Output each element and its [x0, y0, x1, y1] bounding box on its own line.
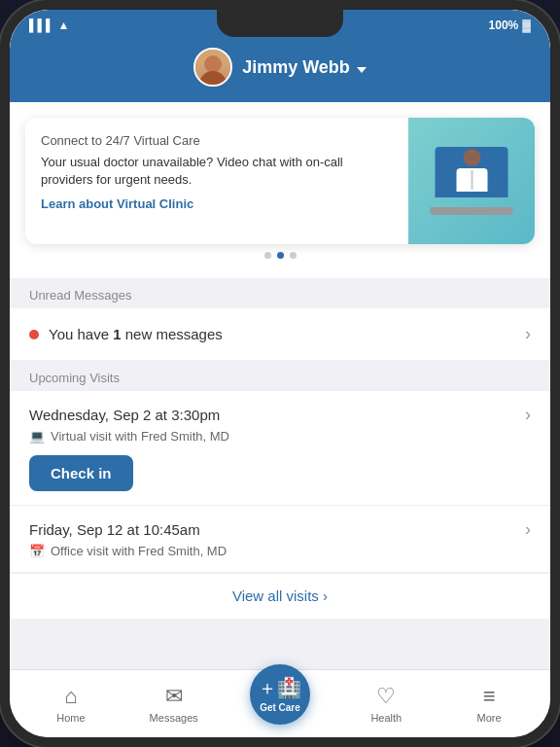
- banner-section: Connect to 24/7 Virtual Care Your usual …: [10, 102, 550, 278]
- dot-1[interactable]: [264, 252, 271, 259]
- messages-chevron-icon: ›: [525, 324, 531, 344]
- nav-item-get-care[interactable]: ＋🏥 Get Care: [250, 664, 310, 725]
- coat-line: [471, 170, 472, 190]
- visit-type-2: 📅 Office visit with Fred Smith, MD: [29, 544, 531, 558]
- user-name: Jimmy Webb: [242, 57, 367, 78]
- visit-date-1: Wednesday, Sep 2 at 3:30pm: [29, 407, 220, 423]
- nav-item-more[interactable]: ≡ More: [463, 684, 516, 724]
- doctor-laptop-illustration: [428, 147, 515, 215]
- messages-list-item[interactable]: You have 1 new messages ›: [10, 308, 550, 361]
- nav-label-more: More: [477, 712, 502, 724]
- banner-image: [408, 118, 535, 244]
- user-profile-button[interactable]: Jimmy Webb: [193, 48, 367, 87]
- nav-label-messages: Messages: [150, 712, 198, 724]
- status-signal: ▌▌▌ ▲: [29, 18, 69, 32]
- visit-item-1[interactable]: Wednesday, Sep 2 at 3:30pm › 💻 Virtual v…: [10, 391, 550, 506]
- more-icon: ≡: [483, 684, 496, 709]
- banner-text-area: Connect to 24/7 Virtual Care Your usual …: [25, 118, 408, 244]
- view-all-visits: View all visits ›: [10, 573, 550, 619]
- main-content: Connect to 24/7 Virtual Care Your usual …: [10, 102, 550, 647]
- visit-type-text-2: Office visit with Fred Smith, MD: [51, 544, 227, 558]
- messages-icon: ✉: [165, 684, 183, 709]
- messages-text: You have 1 new messages: [49, 326, 223, 342]
- messages-section-header: Unread Messages: [10, 278, 550, 308]
- camera-notch: [217, 10, 343, 37]
- banner-title: Connect to 24/7 Virtual Care: [41, 133, 393, 148]
- avatar-image: [195, 50, 230, 85]
- doctor-head: [463, 149, 480, 166]
- signal-bars: ▌▌▌: [29, 18, 54, 32]
- nav-item-health[interactable]: ♡ Health: [360, 684, 413, 724]
- doctor-body: [456, 168, 487, 192]
- visit-chevron-2: ›: [525, 519, 531, 540]
- banner-card[interactable]: Connect to 24/7 Virtual Care Your usual …: [25, 118, 535, 244]
- get-care-icon: ＋🏥: [258, 675, 301, 701]
- dot-3[interactable]: [290, 252, 297, 259]
- battery-icon: ▓: [522, 18, 531, 32]
- doctor-figure: [452, 149, 491, 196]
- virtual-visit-icon: 💻: [29, 429, 45, 444]
- app-header: Jimmy Webb: [10, 38, 550, 102]
- carousel-dots: [25, 244, 535, 263]
- visit-row-1: Wednesday, Sep 2 at 3:30pm ›: [29, 405, 531, 425]
- visit-item-2[interactable]: Friday, Sep 12 at 10:45am › 📅 Office vis…: [10, 506, 550, 573]
- visits-section-header: Upcoming Visits: [10, 361, 550, 391]
- messages-item-left: You have 1 new messages: [29, 326, 223, 342]
- nav-label-home: Home: [56, 712, 85, 724]
- wifi-icon: ▲: [58, 18, 70, 32]
- visit-row-2: Friday, Sep 12 at 10:45am ›: [29, 519, 531, 540]
- home-icon: ⌂: [64, 684, 77, 709]
- health-icon: ♡: [376, 684, 396, 709]
- visit-chevron-1: ›: [525, 405, 531, 425]
- nav-item-messages[interactable]: ✉ Messages: [147, 684, 200, 724]
- avatar: [193, 48, 232, 87]
- office-visit-icon: 📅: [29, 544, 45, 558]
- check-in-button[interactable]: Check in: [29, 455, 133, 491]
- bottom-nav: ⌂ Home ✉ Messages ＋🏥 Get Care ♡ Health ≡…: [10, 669, 550, 737]
- dot-2[interactable]: [277, 252, 284, 259]
- visit-type-1: 💻 Virtual visit with Fred Smith, MD: [29, 429, 531, 444]
- chevron-down-icon: [357, 67, 367, 73]
- nav-label-health: Health: [370, 712, 402, 724]
- unread-indicator: [29, 330, 39, 339]
- nav-item-home[interactable]: ⌂ Home: [44, 684, 97, 724]
- view-all-visits-link[interactable]: View all visits ›: [232, 587, 328, 604]
- device-screen: ▌▌▌ ▲ 9:50 AM 100% ▓ Jimmy Webb: [10, 10, 550, 737]
- visit-type-text-1: Virtual visit with Fred Smith, MD: [51, 429, 229, 444]
- battery-label: 100%: [489, 18, 519, 32]
- device-frame: ▌▌▌ ▲ 9:50 AM 100% ▓ Jimmy Webb: [0, 0, 560, 747]
- banner-description: Your usual doctor unavailable? Video cha…: [41, 154, 393, 189]
- banner-link[interactable]: Learn about Virtual Clinic: [41, 196, 393, 211]
- laptop-screen: [436, 147, 508, 197]
- status-battery: 100% ▓: [489, 18, 531, 32]
- visit-date-2: Friday, Sep 12 at 10:45am: [29, 521, 200, 538]
- laptop-base: [431, 207, 513, 215]
- nav-label-get-care: Get Care: [260, 702, 300, 713]
